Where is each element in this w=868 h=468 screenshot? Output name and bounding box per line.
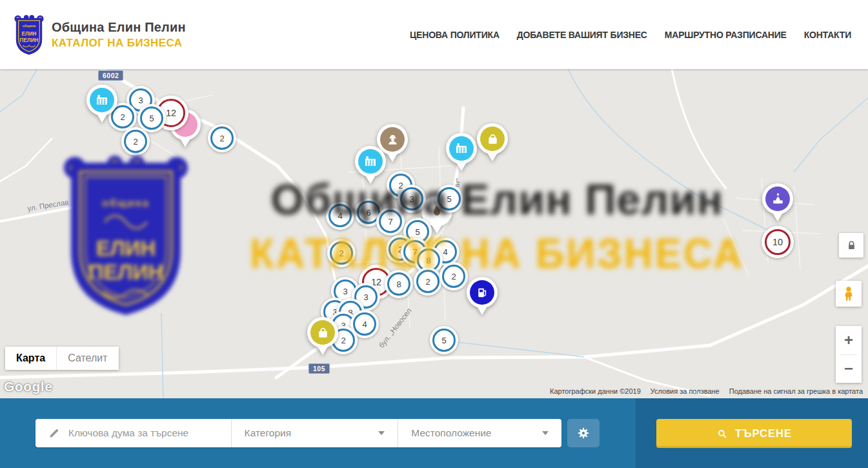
chevron-down-icon: [378, 431, 385, 435]
cluster-marker[interactable]: 8: [385, 270, 413, 298]
pin-tail: [431, 224, 443, 234]
cluster-count: 2: [120, 112, 125, 122]
nav-item-2[interactable]: ДОБАВЕТЕ ВАШИЯТ БИЗНЕС: [517, 30, 647, 40]
cluster-count: 12: [166, 108, 176, 118]
advanced-search-button[interactable]: [567, 419, 600, 447]
pin-disc: [470, 280, 494, 305]
pin-tail: [456, 161, 467, 171]
pin-disc: [90, 88, 114, 112]
cluster-count: 3: [363, 292, 368, 302]
search-submit-button[interactable]: ТЪРСЕНЕ: [656, 419, 852, 448]
pin-disc: [449, 136, 474, 161]
zoom-in-button[interactable]: +: [836, 326, 862, 354]
svg-text:ЕЛИН: ЕЛИН: [22, 30, 37, 36]
search-fields: Категория Местоположение: [35, 419, 561, 447]
terms-of-use-link[interactable]: Условия за ползване: [651, 387, 720, 395]
zoom-out-button[interactable]: −: [836, 355, 862, 383]
pin-disc: [765, 187, 790, 211]
pin-disc: [310, 320, 335, 345]
cluster-marker[interactable]: 2: [414, 267, 442, 296]
map-pin-bag[interactable]: [477, 123, 508, 163]
cluster-count: 4: [443, 247, 447, 257]
location-select-label: Местоположение: [411, 427, 491, 439]
map-pin-bag[interactable]: [307, 317, 338, 357]
cluster-marker[interactable]: 5: [430, 326, 458, 354]
search-submit-label: ТЪРСЕНЕ: [735, 427, 792, 440]
nav-item-1[interactable]: ЦЕНОВА ПОЛИТИКА: [410, 30, 500, 40]
keyword-field[interactable]: [35, 419, 231, 447]
zoom-control: + −: [836, 326, 862, 383]
cluster-count: 2: [425, 277, 430, 287]
cluster-count: 2: [339, 249, 343, 258]
cluster-count: 4: [362, 320, 367, 329]
cluster-count: 5: [149, 114, 154, 123]
cluster-marker[interactable]: 2: [327, 239, 356, 267]
cluster-marker[interactable]: 2: [121, 127, 150, 156]
cluster-marker[interactable]: 5: [435, 185, 463, 213]
map-pin-fuel[interactable]: [467, 277, 498, 317]
map-data-copyright: Картографски данни ©2019: [550, 387, 641, 395]
location-select[interactable]: Местоположение: [398, 419, 561, 447]
gear-icon: [576, 426, 590, 440]
cluster-marker[interactable]: 4: [326, 201, 354, 230]
google-logo[interactable]: Google: [4, 379, 52, 394]
cluster-count: 6: [366, 208, 370, 218]
satellite-view-button[interactable]: Сателит: [56, 347, 118, 370]
cluster-count: 10: [772, 237, 783, 247]
map-attribution: Картографски данни ©2019 Условия за полз…: [550, 387, 863, 395]
site-logo[interactable]: община ЕЛИН ПЕЛИН Община Елин Пелин КАТА…: [0, 12, 186, 57]
cluster-marker[interactable]: 2: [208, 124, 236, 152]
cluster-marker[interactable]: 2: [439, 262, 468, 290]
cluster-count: 2: [451, 272, 456, 281]
cluster-marker[interactable]: 7: [376, 207, 405, 236]
cluster-count: 8: [426, 256, 430, 265]
pegman-icon: [840, 285, 857, 302]
keyword-search-input[interactable]: [68, 427, 231, 439]
cluster-count: 2: [133, 137, 137, 147]
cluster-count: 3: [409, 194, 414, 204]
worker-icon: [385, 132, 400, 147]
street-view-pegman-button[interactable]: [836, 281, 862, 307]
cluster-marker[interactable]: 3: [398, 185, 426, 213]
pin-tail: [387, 152, 398, 162]
lock-button[interactable]: [839, 233, 863, 258]
factory-icon: [363, 154, 378, 169]
pin-disc: [480, 127, 505, 151]
cluster-count: 5: [415, 227, 419, 237]
factory-icon: [94, 92, 110, 108]
cluster-count: 7: [388, 217, 392, 227]
nav-item-4[interactable]: КОНТАКТИ: [804, 30, 851, 40]
map-canvas[interactable]: 6002105ул. Преславбул. „Новоселции“ 3212…: [0, 69, 868, 398]
cluster-count: 3: [343, 287, 347, 296]
report-map-error-link[interactable]: Подаване на сигнал за грешка в картата: [729, 387, 863, 395]
category-select[interactable]: Категория: [232, 419, 398, 447]
map-pin-factory[interactable]: [355, 146, 386, 186]
pin-tail: [317, 345, 328, 355]
shopping-bag-icon: [316, 325, 330, 340]
cluster-count: 8: [396, 280, 401, 289]
nav-item-3[interactable]: МАРШРУТНО РАЗПИСАНИЕ: [665, 30, 787, 40]
category-select-label: Категория: [245, 427, 291, 439]
church-icon: [771, 192, 785, 207]
svg-text:община: община: [23, 24, 35, 28]
pin-tail: [365, 174, 376, 184]
road-number-badge: 105: [308, 363, 330, 374]
cluster-count: 4: [338, 211, 342, 221]
search-icon: [716, 428, 728, 440]
map-view-button[interactable]: Карта: [5, 347, 56, 370]
lock-icon: [845, 239, 858, 252]
map-pin-factory[interactable]: [446, 133, 477, 173]
map-pin-factory[interactable]: [86, 85, 117, 125]
pencil-icon: [48, 427, 61, 440]
shopping-bag-icon: [485, 132, 500, 147]
pin-tail: [487, 152, 498, 161]
main-nav: ЦЕНОВА ПОЛИТИКАДОБАВЕТЕ ВАШИЯТ БИЗНЕСМАР…: [410, 30, 868, 40]
pin-tail: [179, 137, 191, 147]
map-pin-church[interactable]: [762, 183, 793, 223]
header: община ЕЛИН ПЕЛИН Община Елин Пелин КАТА…: [0, 0, 868, 69]
cluster-marker[interactable]: 10: [762, 226, 794, 258]
cluster-count: 3: [138, 96, 143, 105]
factory-icon: [454, 141, 469, 156]
cluster-count: 2: [219, 134, 224, 143]
municipality-crest-icon: община ЕЛИН ПЕЛИН: [13, 12, 45, 57]
